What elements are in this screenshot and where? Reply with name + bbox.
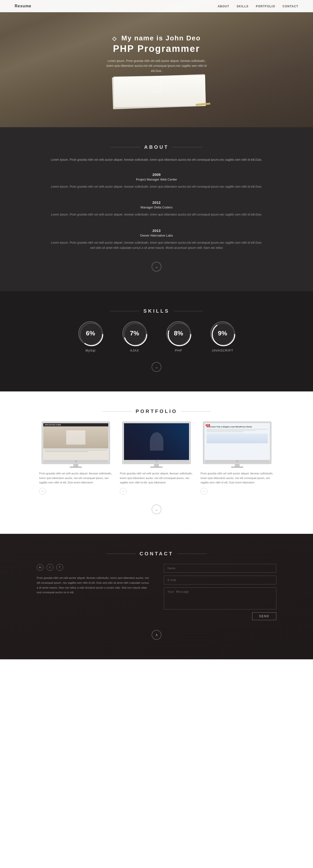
hero-description: Lorem ipsum. Proin gravida nibh vel veli… <box>105 59 208 73</box>
portfolio-arrow-2[interactable]: → <box>120 488 127 495</box>
screen-bright-content: Welcome! This is Bright a new WordPress … <box>205 423 270 445</box>
contact-left: in t f Proin gravida nibh vel velit auct… <box>37 564 149 620</box>
monitor-wrapper-3: PDF Welcome! This is Bright a new WordPr… <box>200 422 274 468</box>
portfolio-arrow-1[interactable]: → <box>39 488 46 495</box>
skill-ajax: 7% AJAX <box>122 321 147 352</box>
diamond-icon: ◇ <box>112 35 117 42</box>
monitor-dot-2 <box>156 460 157 462</box>
nav-contact[interactable]: CONTACT <box>282 5 298 8</box>
screen-bright-img <box>207 434 268 443</box>
hero-section: ◇ My name is John Deo PHP Programmer Lor… <box>0 0 313 127</box>
contact-message-input[interactable] <box>164 587 276 610</box>
skill-label-javascript: JAVASCRIPT <box>210 349 235 352</box>
monitor-screen-3: PDF Welcome! This is Bright a new WordPr… <box>205 423 270 460</box>
about-intro: Lorem Ipsum. Proin gravida nibh vel veli… <box>49 157 264 163</box>
portfolio-item-3: PDF Welcome! This is Bright a new WordPr… <box>200 422 274 495</box>
about-desc-3: Lorem Ipsum. Proin gravida nibh vel veli… <box>49 240 264 251</box>
nav-skills[interactable]: SKILLS <box>237 5 249 8</box>
contact-email-input[interactable] <box>164 576 276 585</box>
contact-description: Proin gravida nibh vel velit auctor aliq… <box>37 576 149 595</box>
monitor-chin-1 <box>43 460 108 463</box>
screen-img-box <box>66 430 86 445</box>
screen-badge-3: PDF <box>206 424 210 426</box>
hero-content: ◇ My name is John Deo PHP Programmer Lor… <box>105 34 208 93</box>
portfolio-grid: ARCHITECTURE Proi <box>25 422 288 495</box>
portfolio-arrow-3[interactable]: → <box>200 488 207 495</box>
monitor-neck-3 <box>235 464 240 467</box>
portfolio-item-2: Proin gravida nibh vel velit auctor aliq… <box>120 422 193 495</box>
contact-scroll-up[interactable]: ∧ <box>152 630 161 640</box>
social-icons: in t f <box>37 564 149 571</box>
portfolio-item-1: ARCHITECTURE Proi <box>39 422 113 495</box>
monitor-dot-1 <box>75 460 77 462</box>
contact-send-button[interactable]: SEND <box>252 612 276 620</box>
contact-name-input[interactable] <box>164 564 276 573</box>
about-entry-2012: 2012 Manager Delta Coders Lorem Ipsum. P… <box>49 200 264 217</box>
portfolio-desc-2: Proin gravida nibh vel velit auctor aliq… <box>120 471 193 485</box>
portfolio-desc-1: Proin gravida nibh vel velit auctor aliq… <box>39 471 113 485</box>
portfolio-desc-3: Proin gravida nibh vel velit auctor aliq… <box>200 471 274 485</box>
contact-scroll: ∧ <box>37 630 276 640</box>
monitor-frame-2 <box>122 422 191 464</box>
skill-circle-php: 8% <box>166 321 191 346</box>
social-twitter[interactable]: t <box>46 564 53 571</box>
monitor-wrapper-2 <box>120 422 193 468</box>
social-facebook[interactable]: f <box>56 564 63 571</box>
about-section: ABOUT Lorem Ipsum. Proin gravida nibh ve… <box>0 127 313 291</box>
nav-logo[interactable]: Resume <box>15 4 31 8</box>
about-desc-2: Lorem Ipsum. Proin gravida nibh vel veli… <box>49 212 264 217</box>
skill-circle-mysql: 6% <box>78 321 103 346</box>
skill-label-ajax: AJAX <box>122 349 147 352</box>
skill-javascript: 9% JAVASCRIPT <box>210 321 235 352</box>
monitor-neck-2 <box>154 464 159 467</box>
skills-section: SKILLS 6% MySql 7% AJAX <box>0 291 313 392</box>
monitor-neck-1 <box>73 464 78 467</box>
monitor-dot-3 <box>236 460 238 462</box>
nav-links: ABOUT SKILLS PORTFOLIO CONTACT <box>218 4 298 8</box>
screen-lines-1 <box>43 448 108 454</box>
nav-portfolio[interactable]: PORTFOLIO <box>256 5 275 8</box>
screen-figure <box>150 432 163 451</box>
monitor-chin-3 <box>205 460 270 463</box>
about-scroll-down[interactable]: ⌄ <box>152 262 161 272</box>
portfolio-scroll: ⌄ <box>25 504 288 514</box>
monitor-wrapper-1: ARCHITECTURE <box>39 422 113 468</box>
about-entry-2009: 2009 Project Manager Web Center Lorem Ip… <box>49 173 264 190</box>
skill-mysql: 6% MySql <box>78 321 103 352</box>
portfolio-section: PORTFOLIO ARCHITECTURE <box>0 392 313 534</box>
screen-bright-line <box>207 431 243 432</box>
monitor-screen-2 <box>124 423 189 460</box>
monitor-foot-2 <box>150 467 163 468</box>
about-year-3: 2013 <box>49 228 264 232</box>
about-job-1: Project Manager Web Center <box>49 178 264 181</box>
monitor-frame-1: ARCHITECTURE <box>41 422 110 464</box>
skill-chart-mysql <box>78 321 105 348</box>
screen-header-1: ARCHITECTURE <box>43 423 108 426</box>
skills-title: SKILLS <box>25 308 288 314</box>
skill-label-mysql: MySql <box>78 349 103 352</box>
screen-line <box>45 450 107 451</box>
skill-circle-javascript: 9% <box>210 321 235 346</box>
contact-right: SEND <box>164 564 276 620</box>
portfolio-title: PORTFOLIO <box>25 408 288 414</box>
about-title: ABOUT <box>49 144 264 150</box>
portfolio-scroll-down[interactable]: ⌄ <box>152 504 161 514</box>
contact-grid: in t f Proin gravida nibh vel velit auct… <box>37 564 276 620</box>
skills-scroll-down[interactable]: ⌄ <box>152 362 161 372</box>
skill-chart-javascript <box>210 321 237 348</box>
skill-label-php: PHP <box>166 349 191 352</box>
monitor-foot-1 <box>70 467 82 468</box>
skills-scroll: ⌄ <box>25 362 288 372</box>
screen-line <box>45 451 88 452</box>
social-linkedin[interactable]: in <box>37 564 43 571</box>
about-desc-1: Lorem Ipsum. Proin gravida nibh vel veli… <box>49 184 264 190</box>
nav-about[interactable]: ABOUT <box>218 5 229 8</box>
about-entry-2013: 2013 Owner Alternative Labs Lorem Ipsum.… <box>49 228 264 251</box>
skill-chart-php <box>166 321 193 348</box>
screen-bright-line <box>207 429 268 430</box>
skills-grid: 6% MySql 7% AJAX 8% PHP <box>25 321 288 352</box>
screen-bright-line <box>207 430 255 431</box>
monitor-chin-2 <box>124 460 189 463</box>
skill-chart-ajax <box>122 321 149 348</box>
hero-scroll-down[interactable]: ⌄ <box>152 83 161 93</box>
